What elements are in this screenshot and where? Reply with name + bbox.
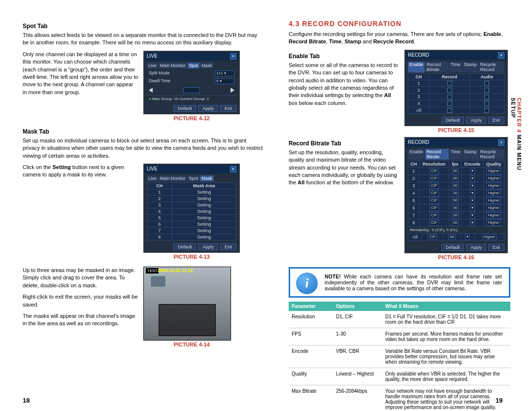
info-icon: i [296, 273, 318, 294]
figure-4-15: RECORD× EnableRecord BitrateTimeStampRec… [404, 50, 508, 126]
arrow-right-icon [231, 88, 234, 93]
close-icon: × [230, 53, 236, 60]
caption-4-12: PICTURE 4-12 [143, 115, 240, 121]
fig13-side: Click on the Setting button next to a gi… [23, 164, 138, 179]
record-intro: Configure the recording settings for you… [289, 31, 510, 46]
note-box: i NOTE! While each camera can have its r… [289, 267, 510, 298]
page-left: Spot Tab This allows select feeds to be … [23, 20, 264, 351]
figure-4-16: RECORD× EnableRecord BitrateTimeStampRec… [404, 137, 508, 253]
spot-tab-para: Only one channel can be displayed at a t… [23, 51, 138, 96]
page-number-right: 19 [496, 397, 502, 404]
page-number-left: 18 [23, 397, 30, 404]
bitrate-tab-desc: Set up the resolution, quality, encoding… [289, 149, 399, 187]
bitrate-tab-head: Record Bitrate Tab [289, 140, 399, 147]
page-right: 4.3 RECORD CONFIGURATION Configure the r… [289, 20, 510, 411]
arrow-left-icon [149, 88, 153, 93]
fig12-title: LIVE [147, 53, 158, 60]
section-title: 4.3 RECORD CONFIGURATION [289, 20, 510, 28]
fig12-tabs: Live Main Monitor Spot Mask [147, 63, 236, 68]
figure-4-14: TEST 2000-12-00 11:12 [143, 267, 231, 341]
fig14-p1: Up to three areas may be masked in an im… [23, 267, 138, 289]
close-icon: × [498, 52, 504, 59]
spot-tab-desc: This allows select feeds to be viewed on… [23, 32, 264, 47]
fig14-p2: Right-click to exit the screen, your mas… [23, 293, 138, 308]
chapter-thumb: CHAPTER 4 MAIN MENU SETUP [510, 98, 522, 171]
mask-tab-desc: Set up masks on individual cameras to bl… [23, 137, 264, 160]
enable-tab-desc: Select some or all of the cameras to rec… [289, 62, 399, 107]
spot-tab-head: Spot Tab [23, 23, 264, 30]
caption-4-13: PICTURE 4-13 [143, 254, 240, 260]
fig14-p3: The masks will appear on that channel's … [23, 312, 138, 328]
caption-4-15: PICTURE 4-15 [404, 127, 508, 133]
close-icon: × [498, 139, 504, 146]
mask-tab-head: Mask Tab [23, 128, 264, 135]
figure-4-13: LIVE× LiveMain MonitorSpotMask CHMask Ar… [143, 164, 240, 253]
fig13-table: CHMask Area 1Setting2Setting3Setting4Set… [147, 182, 236, 240]
figure-4-12: LIVE× Live Main Monitor Spot Mask Split … [143, 51, 240, 114]
enable-tab-head: Enable Tab [289, 53, 399, 60]
close-icon: × [230, 166, 236, 172]
caption-4-14: PICTURE 4-14 [143, 342, 240, 347]
parameters-table: Parameter Options What it Means Resoluti… [289, 302, 510, 411]
caption-4-16: PICTURE 4-16 [404, 254, 508, 260]
